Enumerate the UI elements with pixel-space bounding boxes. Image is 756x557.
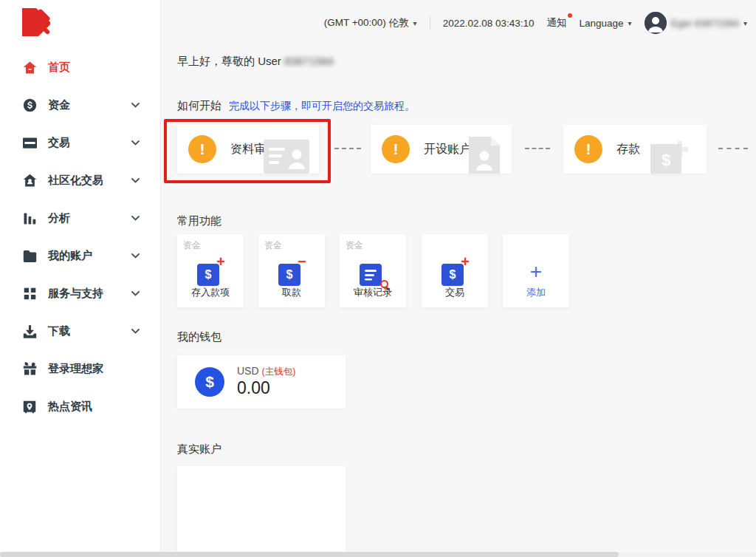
user-menu[interactable]: Eger 83871584 ▾ <box>645 12 747 34</box>
onboarding-subtitle-link[interactable]: 完成以下步骤，即可开启您的交易旅程。 <box>229 100 415 112</box>
onboarding-title: 如何开始 <box>177 99 221 112</box>
sidebar-item-label: 热点资讯 <box>48 400 92 414</box>
sidebar-item-trade[interactable]: 交易 <box>0 124 160 162</box>
audit-records-icon <box>358 258 388 286</box>
bar-chart-icon <box>22 211 37 226</box>
real-accounts-title: 真实账户 <box>177 442 221 457</box>
chevron-down-icon <box>131 216 140 221</box>
sidebar-item-label: 资金 <box>48 98 70 112</box>
scrollbar-thumb[interactable] <box>0 552 619 557</box>
timezone-selector[interactable]: (GMT +00:00) 伦敦 ▾ <box>324 16 417 30</box>
quick-card-audit-records[interactable]: 资金 审核记录 <box>340 234 406 307</box>
quick-card-add[interactable]: + 添加 <box>503 234 569 307</box>
warning-exclaim-icon: ! <box>382 135 410 163</box>
sidebar-item-analysis[interactable]: 分析 <box>0 199 160 237</box>
notifications-label: 通知 <box>547 16 567 30</box>
chevron-down-icon <box>131 253 140 259</box>
topbar: (GMT +00:00) 伦敦 ▾ 2022.02.08 03:43:10 通知… <box>161 0 756 46</box>
step-connector-dashed <box>525 148 550 149</box>
caret-down-icon: ▾ <box>628 19 632 27</box>
quick-card-label: 交易 <box>422 286 488 299</box>
trade-icon: $ + <box>440 258 470 286</box>
sidebar-item-community-trading[interactable]: 社区化交易 <box>0 162 160 199</box>
server-datetime: 2022.02.08 03:43:10 <box>443 18 535 29</box>
chevron-down-icon <box>131 329 140 334</box>
sidebar-menu: 首页 资金 交易 <box>0 49 160 426</box>
sidebar-item-label: 交易 <box>48 136 70 150</box>
add-plus-icon: + <box>530 262 542 282</box>
step-card-open-account[interactable]: ! 开设账户 <box>371 125 512 174</box>
sidebar: 首页 资金 交易 <box>0 0 161 552</box>
sidebar-item-rewards[interactable]: 登录理想家 <box>0 350 160 388</box>
grid-icon <box>22 287 37 301</box>
quick-card-label: 存入款项 <box>177 286 244 299</box>
gift-icon <box>22 362 37 377</box>
sidebar-item-my-account[interactable]: 我的账户 <box>0 237 160 275</box>
username-masked: Eger 83871584 <box>671 18 739 29</box>
card-icon <box>22 136 37 151</box>
quick-card-deposit[interactable]: 资金 $ + 存入款项 <box>177 234 244 307</box>
sidebar-item-download[interactable]: 下载 <box>0 312 160 350</box>
greeting: 早上好，尊敬的 User 83871584 <box>177 55 334 69</box>
brand-logo-icon[interactable] <box>22 8 50 36</box>
card-category-label: 资金 <box>183 239 201 252</box>
caret-down-icon: ▾ <box>413 19 417 27</box>
language-label: Language <box>580 18 624 29</box>
quick-card-label: 添加 <box>503 286 569 299</box>
quick-functions-title: 常用功能 <box>177 214 221 228</box>
greeting-user-id-masked: 83871584 <box>284 55 334 67</box>
withdraw-icon: $ − <box>277 258 306 286</box>
minus-badge-icon: − <box>298 255 306 268</box>
usd-wallet-icon: $ <box>195 367 224 397</box>
community-house-icon <box>22 174 37 188</box>
sidebar-item-services-support[interactable]: 服务与支持 <box>0 275 160 312</box>
horizontal-scrollbar <box>0 552 756 557</box>
wallet-balance: 0.00 <box>237 378 270 398</box>
wallet-section-title: 我的钱包 <box>177 330 221 344</box>
location-pin-icon <box>22 400 37 414</box>
warning-exclaim-icon: ! <box>188 135 216 163</box>
step-label: 开设账户 <box>424 142 471 157</box>
download-icon <box>22 324 37 339</box>
chevron-down-icon <box>131 140 140 146</box>
step-card-deposit[interactable]: ! 存款 $ <box>563 125 707 174</box>
sidebar-item-funds[interactable]: 资金 <box>0 86 160 124</box>
sidebar-item-label: 服务与支持 <box>48 287 103 301</box>
step-connector-dashed <box>334 148 361 149</box>
quick-card-withdraw[interactable]: 资金 $ − 取款 <box>258 234 325 307</box>
timezone-label: (GMT +00:00) 伦敦 <box>324 16 409 30</box>
step-connector-dashed <box>718 148 748 149</box>
home-icon <box>22 61 37 75</box>
plus-badge-icon: + <box>216 255 225 268</box>
real-account-card-empty <box>177 466 346 552</box>
notification-dot <box>568 13 572 18</box>
chevron-down-icon <box>131 178 140 183</box>
sidebar-item-label: 首页 <box>48 61 70 75</box>
wallet-currency: USD(主钱包) <box>237 365 295 378</box>
sidebar-item-home[interactable]: 首页 <box>0 49 160 86</box>
svg-text:$: $ <box>662 151 670 169</box>
document-person-illustration <box>469 137 500 174</box>
chevron-down-icon <box>131 291 140 296</box>
caret-down-icon: ▾ <box>743 19 747 27</box>
quick-card-label: 审核记录 <box>340 286 406 299</box>
onboarding-header: 如何开始完成以下步骤，即可开启您的交易旅程。 <box>177 99 415 113</box>
funds-dollar-icon <box>22 98 37 113</box>
sidebar-item-label: 分析 <box>48 211 70 225</box>
sidebar-item-label: 社区化交易 <box>48 174 103 188</box>
warning-exclaim-icon: ! <box>574 135 602 163</box>
id-card-illustration <box>264 140 309 174</box>
dashboard-page: 首页 资金 交易 <box>0 0 756 557</box>
sidebar-item-hot-news[interactable]: 热点资讯 <box>0 388 160 426</box>
card-category-label: 资金 <box>264 239 282 252</box>
wallet-card[interactable]: $ USD(主钱包) 0.00 <box>177 355 346 409</box>
avatar <box>645 12 667 34</box>
notifications-button[interactable]: 通知 <box>547 16 567 30</box>
greeting-text: 早上好，尊敬的 User <box>177 55 281 67</box>
datetime-label: 2022.02.08 03:43:10 <box>443 18 535 29</box>
folder-icon <box>22 249 37 264</box>
language-selector[interactable]: Language ▾ <box>580 18 632 29</box>
step-card-verification[interactable]: ! 资料审核 <box>177 125 319 174</box>
quick-card-trade[interactable]: $ + 交易 <box>422 234 488 307</box>
card-category-label: 资金 <box>346 239 363 252</box>
